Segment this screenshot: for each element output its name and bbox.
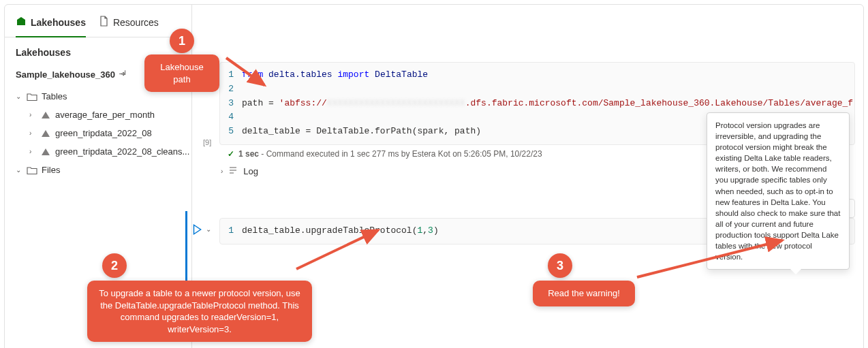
line-number: 1 — [220, 224, 242, 238]
annotation-3: 3 Read the warning! — [533, 253, 635, 306]
tree-tables-label: Tables — [42, 91, 67, 101]
annotation-badge: 2 — [102, 253, 127, 278]
line-number: 5 — [220, 125, 242, 139]
tree-table-item[interactable]: › average_fare_per_month — [5, 106, 191, 124]
run-cell-button[interactable] — [191, 223, 203, 236]
cell-index: [9] — [203, 138, 211, 146]
status-time: 1 sec — [238, 149, 259, 159]
delta-table-icon — [40, 129, 51, 138]
annotation-2: 2 To upgrade a table to a newer protocol… — [87, 253, 312, 342]
annotation-arrow — [225, 54, 273, 95]
annotation-text: Read the warning! — [533, 281, 635, 306]
delta-table-icon — [40, 147, 51, 157]
chevron-down-icon: ⌄ — [16, 93, 22, 100]
file-icon — [98, 16, 109, 29]
folder-icon — [27, 92, 37, 101]
chevron-right-icon: › — [29, 129, 36, 137]
pin-icon[interactable] — [119, 69, 127, 80]
lakehouse-name: Sample_lakehouse_360 — [16, 69, 115, 80]
code-line: from delta.tables import DeltaTable — [242, 68, 854, 82]
lakehouse-icon — [16, 16, 27, 29]
status-details: - Command executed in 1 sec 277 ms by Es… — [259, 149, 542, 159]
chevron-right-icon: › — [221, 168, 223, 175]
tree-table-item[interactable]: › green_tripdata_2022_08 — [5, 124, 191, 142]
tree-files-label: Files — [42, 165, 60, 175]
tree: ⌄ Tables › average_fare_per_month › gree… — [5, 86, 191, 180]
tree-table-label: green_tripdata_2022_08 — [55, 128, 152, 138]
tree-table-item[interactable]: › green_tripdata_2022_08_cleans... — [5, 142, 191, 161]
annotation-text: Lakehouse path — [144, 54, 219, 92]
annotation-badge: 3 — [548, 253, 572, 278]
chevron-right-icon: › — [29, 148, 36, 155]
code-line — [242, 82, 854, 97]
check-icon: ✓ — [228, 149, 234, 159]
tree-table-label: average_fare_per_month — [55, 110, 155, 120]
log-icon — [228, 165, 238, 177]
annotation-text: To upgrade a table to a newer protocol v… — [87, 281, 312, 342]
chevron-right-icon: › — [29, 111, 36, 118]
chevron-down-icon: ⌄ — [16, 166, 22, 174]
tab-resources-label: Resources — [113, 17, 159, 28]
line-number: 3 — [220, 97, 242, 111]
annotation-1: 1 Lakehouse path — [144, 29, 219, 92]
log-label: Log — [243, 166, 258, 176]
delta-table-icon — [40, 110, 51, 120]
tab-lakehouses[interactable]: Lakehouses — [16, 16, 86, 33]
folder-icon — [27, 165, 37, 175]
annotation-badge: 1 — [170, 29, 194, 53]
tree-table-label: green_tripdata_2022_08_cleans... — [55, 146, 189, 157]
tab-lakehouses-label: Lakehouses — [31, 17, 86, 28]
run-dropdown[interactable]: ⌄ — [206, 225, 211, 233]
tree-files[interactable]: ⌄ Files — [5, 161, 191, 179]
annotation-arrow — [634, 235, 790, 283]
code-line: path = 'abfss://XXXXXXXXXXXXXXXXXXXXXXXX… — [242, 97, 854, 111]
line-number: 4 — [220, 110, 242, 125]
